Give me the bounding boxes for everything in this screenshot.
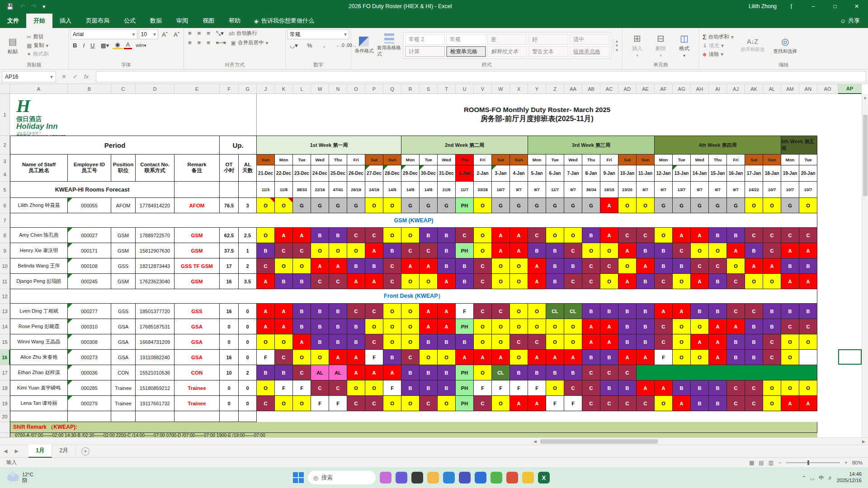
row-header-17[interactable]: 17 xyxy=(0,365,10,380)
contact-cell[interactable]: 18212873443 xyxy=(136,258,175,274)
shift-cell[interactable]: B xyxy=(799,304,817,319)
shift-cell[interactable]: C xyxy=(311,274,329,289)
al-cell[interactable]: 2 xyxy=(239,365,257,380)
shift-cell[interactable]: G xyxy=(528,198,546,213)
shift-cell[interactable]: C xyxy=(383,274,401,289)
remark-cell[interactable]: GSS xyxy=(175,304,220,319)
row-header-19[interactable]: 19 xyxy=(0,396,10,411)
column-header-AP[interactable]: AP xyxy=(838,84,862,94)
shift-cell[interactable]: B xyxy=(383,350,401,365)
merge-center-button[interactable]: ▣合并后居中 ▾ xyxy=(230,39,270,47)
date-cell[interactable]: 17-Jan xyxy=(745,165,763,182)
shift-cell[interactable]: O xyxy=(311,350,329,365)
shift-cell[interactable]: A xyxy=(510,396,528,411)
shift-cell[interactable]: C xyxy=(564,380,582,396)
shift-cell[interactable]: B xyxy=(655,258,673,274)
row-header-11[interactable]: 11 xyxy=(0,274,10,289)
shift-cell[interactable]: F xyxy=(492,380,510,396)
redo-icon[interactable]: ↷ xyxy=(31,3,36,10)
dow-cell[interactable]: Thu xyxy=(329,155,347,165)
shift-cell[interactable]: C xyxy=(365,304,383,319)
shift-cell[interactable]: O xyxy=(637,198,655,213)
save-icon[interactable]: 💾 xyxy=(6,3,14,10)
file-explorer-icon[interactable] xyxy=(427,472,439,483)
ot-cell[interactable]: 10 xyxy=(220,365,239,380)
zoom-level[interactable]: 80% xyxy=(852,460,863,465)
align-center-icon[interactable]: ≡ xyxy=(195,39,203,46)
date-cell[interactable]: 5-Jan xyxy=(528,165,546,182)
blank[interactable] xyxy=(175,182,220,198)
dow-cell[interactable]: Mon xyxy=(781,155,799,165)
shift-cell[interactable]: A xyxy=(492,350,510,365)
tell-me-search[interactable]: ◈ 告诉我你想要做什么 xyxy=(248,14,321,28)
shift-cell[interactable]: O xyxy=(257,228,275,243)
edge-icon[interactable] xyxy=(443,472,455,483)
dow-cell[interactable]: Wed xyxy=(564,155,582,165)
shift-cell[interactable]: B xyxy=(709,228,727,243)
column-header-F[interactable]: F xyxy=(220,84,239,94)
screenclip-icon[interactable] xyxy=(411,472,423,483)
row-header-14[interactable]: 14 xyxy=(0,319,10,334)
column-header-AO[interactable]: AO xyxy=(817,84,838,94)
shift-cell[interactable]: O xyxy=(691,319,709,334)
shift-cell[interactable]: C xyxy=(618,365,637,380)
blank[interactable] xyxy=(68,411,111,422)
shift-cell[interactable]: O xyxy=(383,334,401,350)
shift-cell[interactable]: A xyxy=(781,274,799,289)
shift-cell[interactable]: O xyxy=(438,396,456,411)
forecast-cell[interactable]: 11/7 xyxy=(456,182,474,198)
date-cell[interactable]: 30-Dec xyxy=(420,165,438,182)
column-header-AL[interactable]: AL xyxy=(763,84,781,94)
shift-cell[interactable]: O xyxy=(275,198,293,213)
date-cell[interactable]: 22-Dec xyxy=(275,165,293,182)
shift-cell[interactable]: O xyxy=(420,350,438,365)
column-header-AF[interactable]: AF xyxy=(655,84,673,94)
shift-cell[interactable]: B xyxy=(618,304,637,319)
shift-cell[interactable]: C xyxy=(727,274,745,289)
forecast-cell[interactable]: 36/34 xyxy=(582,182,600,198)
shift-cell[interactable]: A xyxy=(618,350,637,365)
al-cell[interactable]: 0 xyxy=(239,350,257,365)
contact-cell[interactable]: 16684731209 xyxy=(136,334,175,350)
shift-cell[interactable]: C xyxy=(763,350,781,365)
shift-cell[interactable]: B xyxy=(401,380,420,396)
shift-cell[interactable]: O xyxy=(474,334,492,350)
shift-cell[interactable]: O xyxy=(582,243,600,258)
shift-cell[interactable]: PH xyxy=(456,319,474,334)
al-cell[interactable]: 2 xyxy=(239,258,257,274)
shift-cell[interactable]: C xyxy=(528,228,546,243)
staff-name-cell[interactable]: Rose Peng 彭晓霞 xyxy=(10,319,68,334)
shift-cell[interactable]: O xyxy=(401,228,420,243)
remark-cell[interactable]: GSM xyxy=(175,274,220,289)
shift-cell[interactable]: B xyxy=(709,274,727,289)
dow-cell[interactable]: Sat xyxy=(492,155,510,165)
ot-header[interactable]: OT小时 xyxy=(220,155,239,182)
shift-cell[interactable]: A xyxy=(365,274,383,289)
shift-cell[interactable]: A xyxy=(673,304,691,319)
shift-cell[interactable]: B xyxy=(618,380,637,396)
shift-cell[interactable]: A xyxy=(655,304,673,319)
bold-button[interactable]: B xyxy=(71,42,79,49)
shift-cell[interactable]: B xyxy=(456,274,474,289)
forecast-cell[interactable]: 9/7 xyxy=(528,182,546,198)
staff-name-cell[interactable]: Lven Ding 丁相斌 xyxy=(10,304,68,319)
shift-cell[interactable]: G xyxy=(673,198,691,213)
date-cell[interactable]: 12-Jan xyxy=(655,165,673,182)
ot-cell[interactable]: 37.5 xyxy=(220,243,239,258)
shift-cell[interactable]: C xyxy=(673,243,691,258)
position-cell[interactable]: GSS xyxy=(111,304,136,319)
shift-cell[interactable]: C xyxy=(582,396,600,411)
dow-cell[interactable]: Mon xyxy=(528,155,546,165)
indent-icons[interactable]: ⇤⇥ xyxy=(214,39,228,46)
shift-cell[interactable]: C xyxy=(474,396,492,411)
shift-cell[interactable]: O xyxy=(474,243,492,258)
shift-cell[interactable]: O xyxy=(293,258,311,274)
shift-cell[interactable]: B xyxy=(293,274,311,289)
shift-cell[interactable]: A xyxy=(257,319,275,334)
weather-widget[interactable]: 12°C 阴 xyxy=(0,472,41,483)
comma-button[interactable]: ， xyxy=(319,41,329,49)
shift-cell[interactable]: O xyxy=(528,319,546,334)
staff-name-cell[interactable]: Ethan Zhao 赵梓淇 xyxy=(10,365,68,380)
shift-cell[interactable]: PH xyxy=(456,198,474,213)
shift-cell[interactable]: B xyxy=(311,319,329,334)
